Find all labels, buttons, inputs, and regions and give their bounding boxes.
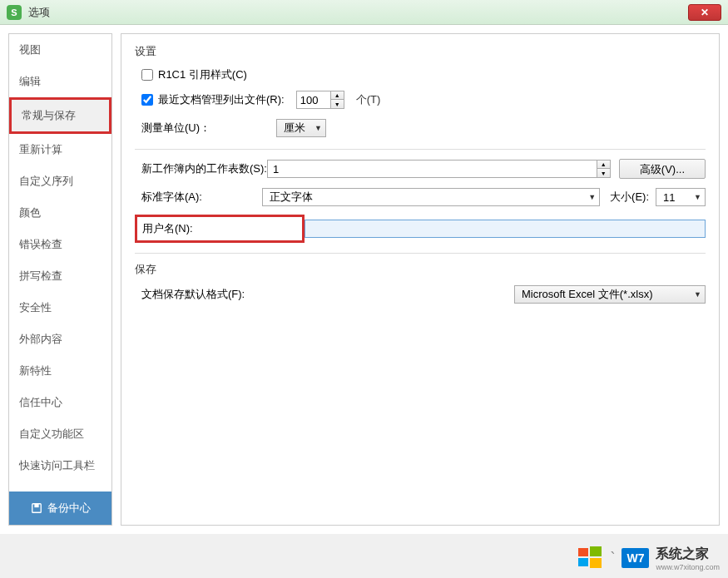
save-format-row: 文档保存默认格式(F): Microsoft Excel 文件(*.xlsx) … <box>135 285 706 304</box>
close-button[interactable]: ✕ <box>688 4 721 21</box>
font-label: 标准字体(A): <box>141 190 262 205</box>
font-row: 标准字体(A): 正文字体 ▼ 大小(E): 11 ▼ <box>135 188 706 206</box>
sidebar-item-view[interactable]: 视图 <box>9 34 111 66</box>
recent-docs-spinner[interactable]: ▲ ▼ <box>296 91 344 109</box>
sidebar-item-spell-check[interactable]: 拼写检查 <box>9 260 111 292</box>
save-format-value: Microsoft Excel 文件(*.xlsx) <box>522 287 689 302</box>
unit-value: 厘米 <box>284 121 310 136</box>
windows-logo-icon <box>577 545 603 571</box>
username-highlight-box: 用户名(N): <box>135 215 305 243</box>
sidebar-item-customize-ribbon[interactable]: 自定义功能区 <box>9 418 111 450</box>
sidebar-item-external-content[interactable]: 外部内容 <box>9 324 111 355</box>
username-label: 用户名(N): <box>137 221 250 236</box>
main-panel: 设置 R1C1 引用样式(C) 最近文档管理列出文件(R): ▲ ▼ 个(T) <box>121 33 720 526</box>
username-input[interactable] <box>305 220 706 238</box>
username-input-wrap <box>305 215 706 243</box>
content-area: 视图 编辑 常规与保存 重新计算 自定义序列 颜色 错误检查 拼写检查 安全性 … <box>0 25 728 534</box>
recent-docs-row: 最近文档管理列出文件(R): ▲ ▼ 个(T) <box>135 91 706 109</box>
recent-docs-suffix: 个(T) <box>356 92 381 107</box>
unit-label: 测量单位(U)： <box>141 121 276 136</box>
size-value: 11 <box>663 191 689 204</box>
divider-1 <box>135 149 706 150</box>
sidebar: 视图 编辑 常规与保存 重新计算 自定义序列 颜色 错误检查 拼写检查 安全性 … <box>8 33 112 526</box>
window-title: 选项 <box>28 5 50 20</box>
chevron-down-icon: ▼ <box>694 193 701 201</box>
backup-icon <box>31 502 42 514</box>
svg-rect-2 <box>578 548 588 556</box>
titlebar: S 选项 ✕ <box>0 0 728 25</box>
r1c1-checkbox[interactable] <box>141 69 153 81</box>
settings-header: 设置 <box>135 44 706 59</box>
recent-docs-down-icon[interactable]: ▼ <box>331 100 344 108</box>
recent-docs-up-icon[interactable]: ▲ <box>331 91 344 100</box>
recent-docs-checkbox[interactable] <box>141 94 153 106</box>
sheets-spinner[interactable]: ▲ ▼ <box>267 160 611 178</box>
unit-row: 测量单位(U)： 厘米 ▼ <box>135 117 706 139</box>
backup-center-label: 备份中心 <box>47 501 91 516</box>
recent-docs-input[interactable] <box>297 92 330 108</box>
sidebar-item-color[interactable]: 颜色 <box>9 197 111 229</box>
r1c1-label: R1C1 引用样式(C) <box>158 67 247 82</box>
advanced-button[interactable]: 高级(V)... <box>619 159 706 179</box>
watermark-brand: W7 <box>622 548 649 568</box>
sidebar-item-recalculate[interactable]: 重新计算 <box>9 134 111 165</box>
r1c1-row: R1C1 引用样式(C) <box>135 67 706 82</box>
sidebar-item-custom-sequence[interactable]: 自定义序列 <box>9 165 111 197</box>
save-header: 保存 <box>135 262 706 277</box>
watermark-url: www.w7xitong.com <box>656 563 720 571</box>
options-window: S 选项 ✕ 视图 编辑 常规与保存 重新计算 自定义序列 颜色 错误检查 拼写… <box>0 0 728 534</box>
sidebar-item-security[interactable]: 安全性 <box>9 292 111 324</box>
sheets-label: 新工作簿内的工作表数(S): <box>141 161 267 176</box>
sheets-input[interactable] <box>268 161 597 177</box>
svg-rect-5 <box>590 558 602 568</box>
svg-rect-3 <box>590 546 602 556</box>
chevron-down-icon: ▼ <box>588 193 596 201</box>
save-format-dropdown[interactable]: Microsoft Excel 文件(*.xlsx) ▼ <box>514 285 706 304</box>
app-icon: S <box>7 5 22 20</box>
sidebar-item-trust-center[interactable]: 信任中心 <box>9 387 111 418</box>
sheets-row: 新工作簿内的工作表数(S): ▲ ▼ 高级(V)... <box>135 158 706 180</box>
svg-rect-4 <box>578 558 588 566</box>
sheets-down-icon[interactable]: ▼ <box>597 169 610 177</box>
font-dropdown[interactable]: 正文字体 ▼ <box>262 188 600 206</box>
sidebar-item-edit[interactable]: 编辑 <box>9 66 111 97</box>
size-dropdown[interactable]: 11 ▼ <box>656 188 706 206</box>
username-row: 用户名(N): <box>135 215 706 243</box>
svg-rect-1 <box>34 504 38 507</box>
watermark-quote: ` <box>610 550 615 567</box>
divider-2 <box>135 253 706 254</box>
font-value: 正文字体 <box>270 190 583 205</box>
sidebar-item-new-features[interactable]: 新特性 <box>9 355 111 387</box>
chevron-down-icon: ▼ <box>694 290 701 299</box>
recent-docs-label: 最近文档管理列出文件(R): <box>158 92 285 107</box>
size-label: 大小(E): <box>610 190 649 205</box>
watermark-text: 系统之家 <box>656 546 709 561</box>
backup-center-button[interactable]: 备份中心 <box>9 492 111 525</box>
sidebar-item-error-check[interactable]: 错误检查 <box>9 229 111 260</box>
chevron-down-icon: ▼ <box>314 124 322 132</box>
unit-dropdown[interactable]: 厘米 ▼ <box>276 119 326 137</box>
watermark: ` W7 系统之家 www.w7xitong.com <box>577 545 720 571</box>
sidebar-item-quick-access-toolbar[interactable]: 快速访问工具栏 <box>9 450 111 482</box>
sidebar-item-general-save[interactable]: 常规与保存 <box>9 97 111 134</box>
sheets-up-icon[interactable]: ▲ <box>597 161 610 169</box>
sidebar-items: 视图 编辑 常规与保存 重新计算 自定义序列 颜色 错误检查 拼写检查 安全性 … <box>9 34 111 492</box>
save-format-label: 文档保存默认格式(F): <box>141 287 245 302</box>
